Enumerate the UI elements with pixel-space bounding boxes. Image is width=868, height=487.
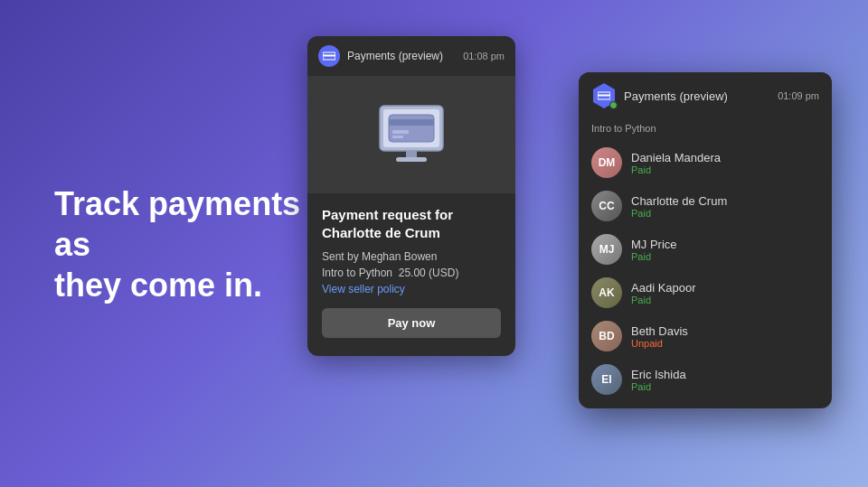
hero-text: Track payments as they come in.: [54, 183, 307, 304]
participant-name: MJ Price: [631, 238, 677, 251]
participant-status: Paid: [631, 381, 686, 392]
participant-info: Charlotte de CrumPaid: [631, 194, 727, 219]
payments-icon-back: [318, 45, 340, 67]
cards-area: Payments (preview) 01:08 pm Payment requ…: [307, 27, 832, 461]
payment-request-card: Payments (preview) 01:08 pm Payment requ…: [307, 36, 515, 356]
participant-info: Aadi KapoorPaid: [631, 281, 696, 305]
participant-avatar: BD: [591, 321, 622, 351]
payment-request-title: Payment request for Charlotte de Crum: [322, 206, 501, 241]
back-card-title: Payments (preview): [347, 50, 443, 62]
back-card-content: Payment request for Charlotte de Crum Se…: [307, 193, 515, 356]
participant-info: Beth DavisUnpaid: [631, 324, 688, 349]
front-card-header: Payments (preview) 01:09 pm: [579, 72, 832, 119]
svg-rect-1: [323, 55, 335, 57]
participant-avatar: DM: [591, 147, 622, 178]
hero-line1: Track payments as: [54, 184, 300, 262]
participant-name: Aadi Kapoor: [631, 281, 696, 295]
front-card-title: Payments (preview): [624, 89, 728, 103]
course-amount: Intro to Python 25.00 (USD): [322, 267, 501, 279]
course-label: Intro to Python: [579, 119, 832, 141]
pay-now-button[interactable]: Pay now: [322, 308, 501, 338]
participant-info: Eric IshidaPaid: [631, 368, 686, 392]
participant-avatar: AK: [591, 277, 622, 308]
payments-list-card: Payments (preview) 01:09 pm Intro to Pyt…: [579, 72, 832, 408]
participant-list: DMDaniela ManderaPaidCCCharlotte de Crum…: [579, 141, 832, 408]
back-card-time: 01:08 pm: [463, 51, 505, 61]
participant-name: Charlotte de Crum: [631, 194, 727, 208]
hero-line2: they come in.: [54, 266, 262, 303]
participant-info: Daniela ManderaPaid: [631, 151, 721, 175]
svg-rect-9: [396, 157, 427, 162]
participant-row: EIEric IshidaPaid: [579, 358, 832, 401]
participant-row: CCCharlotte de CrumPaid: [579, 184, 832, 228]
participant-name: Daniela Mandera: [631, 151, 721, 164]
participant-row: BDBeth DavisUnpaid: [579, 314, 832, 358]
payments-icon-front: [591, 83, 617, 108]
svg-rect-11: [598, 95, 610, 97]
participant-avatar: CC: [591, 191, 622, 221]
back-card-header: Payments (preview) 01:08 pm: [307, 36, 515, 76]
participant-status: Unpaid: [631, 338, 688, 349]
participant-info: MJ PricePaid: [631, 238, 677, 262]
online-indicator: [609, 101, 618, 109]
participant-name: Eric Ishida: [631, 368, 686, 381]
participant-avatar: EI: [591, 364, 622, 395]
participant-status: Paid: [631, 164, 721, 175]
sent-by: Sent by Meghan Bowen: [322, 250, 501, 263]
participant-name: Beth Davis: [631, 324, 688, 338]
svg-rect-8: [406, 151, 417, 158]
participant-row: MJMJ PricePaid: [579, 228, 832, 271]
participant-row: AKAadi KapoorPaid: [579, 271, 832, 314]
participant-status: Paid: [631, 251, 677, 262]
front-card-time: 01:09 pm: [778, 90, 819, 101]
view-policy-link[interactable]: View seller policy: [322, 283, 501, 295]
card-illustration: [307, 76, 515, 193]
participant-status: Paid: [631, 295, 696, 305]
svg-rect-5: [389, 119, 434, 126]
participant-row: DMDaniela ManderaPaid: [579, 141, 832, 184]
svg-rect-6: [392, 130, 409, 134]
participant-status: Paid: [631, 208, 727, 219]
svg-rect-7: [392, 136, 403, 138]
participant-avatar: MJ: [591, 234, 622, 265]
